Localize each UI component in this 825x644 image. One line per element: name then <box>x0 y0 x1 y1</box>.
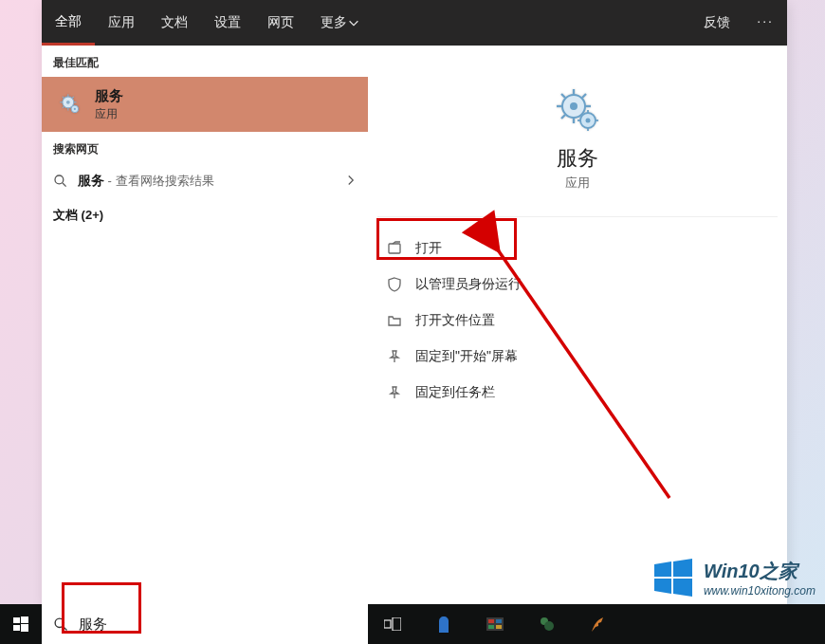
tab-all[interactable]: 全部 <box>42 0 95 46</box>
tab-documents[interactable]: 文档 <box>148 0 201 46</box>
action-open-file-location-label: 打开文件位置 <box>415 312 495 329</box>
watermark-brand-2: 之家 <box>760 561 798 581</box>
tab-web[interactable]: 网页 <box>254 0 307 46</box>
tab-apps[interactable]: 应用 <box>95 0 148 46</box>
services-icon <box>57 91 83 118</box>
svg-line-22 <box>561 115 565 119</box>
action-pin-to-start-label: 固定到"开始"屏幕 <box>415 348 518 365</box>
windows-logo-icon <box>652 557 694 598</box>
svg-rect-34 <box>21 624 28 632</box>
watermark-url: www.win10xitong.com <box>704 584 816 598</box>
svg-point-15 <box>570 102 578 110</box>
svg-rect-30 <box>389 244 400 253</box>
taskbar-app-1[interactable] <box>434 615 453 634</box>
detail-title: 服务 <box>387 144 768 173</box>
svg-rect-41 <box>496 619 502 623</box>
tab-more-options[interactable]: ··· <box>743 0 787 46</box>
folder-icon <box>387 313 402 328</box>
documents-heading[interactable]: 文档 (2+) <box>42 199 368 231</box>
svg-point-45 <box>544 621 554 631</box>
search-panel: 全部 应用 文档 设置 网页 更多 反馈 ··· 最佳匹配 <box>42 0 787 604</box>
action-open-label: 打开 <box>415 240 442 257</box>
pin-icon <box>387 385 402 400</box>
action-pin-to-taskbar-label: 固定到任务栏 <box>415 384 495 401</box>
svg-point-11 <box>74 108 76 110</box>
web-search-term: 服务 <box>78 174 104 188</box>
taskbar-icons <box>383 615 607 634</box>
svg-rect-42 <box>488 625 494 629</box>
svg-line-36 <box>64 626 67 630</box>
taskbar-search-input[interactable] <box>79 616 357 633</box>
search-icon <box>53 616 69 633</box>
detail-card: 服务 应用 <box>377 64 778 199</box>
task-view-button[interactable] <box>383 615 402 634</box>
tab-more-label: 更多 <box>321 14 347 31</box>
action-open-file-location[interactable]: 打开文件位置 <box>376 303 779 339</box>
svg-point-35 <box>55 618 64 627</box>
svg-rect-38 <box>393 617 401 631</box>
tab-feedback[interactable]: 反馈 <box>690 0 743 46</box>
best-match-sub: 应用 <box>95 106 123 122</box>
open-icon <box>387 241 402 256</box>
web-search-hint: - 查看网络搜索结果 <box>104 174 214 188</box>
svg-rect-33 <box>13 625 20 631</box>
tab-settings[interactable]: 设置 <box>201 0 254 46</box>
start-button[interactable] <box>0 604 42 644</box>
svg-rect-43 <box>496 625 502 629</box>
shield-icon <box>387 277 402 292</box>
svg-marker-48 <box>673 559 692 577</box>
search-web-heading: 搜索网页 <box>42 132 368 163</box>
watermark-brand-1: Win10 <box>704 561 760 581</box>
result-detail-column: 服务 应用 打开 以管理员身份运行 打开文件位置 <box>368 46 787 604</box>
svg-line-9 <box>72 97 74 99</box>
best-match-title: 服务 <box>95 87 123 104</box>
taskbar-app-4[interactable] <box>588 615 607 634</box>
taskbar-search-box[interactable] <box>42 604 368 644</box>
action-pin-to-start[interactable]: 固定到"开始"屏幕 <box>376 339 779 375</box>
action-pin-to-taskbar[interactable]: 固定到任务栏 <box>376 375 779 411</box>
best-match-item[interactable]: 服务 应用 <box>42 77 368 132</box>
services-large-icon <box>555 87 600 133</box>
results-left-column: 最佳匹配 服务 应用 搜索网页 <box>42 46 368 604</box>
taskbar-app-2[interactable] <box>486 615 504 634</box>
svg-point-25 <box>586 119 591 123</box>
ellipsis-icon: ··· <box>757 13 774 28</box>
chevron-right-icon <box>345 175 357 189</box>
search-tabs: 全部 应用 文档 设置 网页 更多 反馈 ··· <box>42 0 787 46</box>
action-run-as-admin-label: 以管理员身份运行 <box>415 276 522 293</box>
action-open[interactable]: 打开 <box>376 230 779 267</box>
action-run-as-admin[interactable]: 以管理员身份运行 <box>376 267 779 303</box>
svg-line-8 <box>63 106 64 108</box>
windows-logo-icon <box>13 616 28 632</box>
detail-actions: 打开 以管理员身份运行 打开文件位置 固定到"开始"屏幕 固定到任务栏 <box>368 217 787 424</box>
chevron-down-icon <box>347 16 360 29</box>
best-match-heading: 最佳匹配 <box>42 46 368 77</box>
pin-icon <box>387 349 402 364</box>
svg-point-12 <box>55 175 64 184</box>
svg-rect-40 <box>488 619 494 623</box>
taskbar <box>0 604 825 644</box>
taskbar-app-3[interactable] <box>537 615 556 634</box>
web-search-row[interactable]: 服务 - 查看网络搜索结果 <box>42 163 368 199</box>
detail-sub: 应用 <box>387 175 768 192</box>
tab-more[interactable]: 更多 <box>307 0 374 46</box>
svg-line-23 <box>582 94 586 98</box>
svg-rect-37 <box>384 620 391 628</box>
svg-rect-32 <box>21 616 28 623</box>
watermark: Win10之家 www.win10xitong.com <box>652 557 816 598</box>
svg-line-13 <box>63 183 66 187</box>
search-icon <box>53 174 68 189</box>
svg-line-6 <box>63 97 64 99</box>
svg-point-1 <box>66 101 70 104</box>
svg-marker-47 <box>654 561 671 577</box>
svg-line-20 <box>561 94 565 98</box>
svg-marker-50 <box>673 579 692 597</box>
svg-marker-49 <box>654 579 671 594</box>
svg-rect-31 <box>13 617 20 623</box>
